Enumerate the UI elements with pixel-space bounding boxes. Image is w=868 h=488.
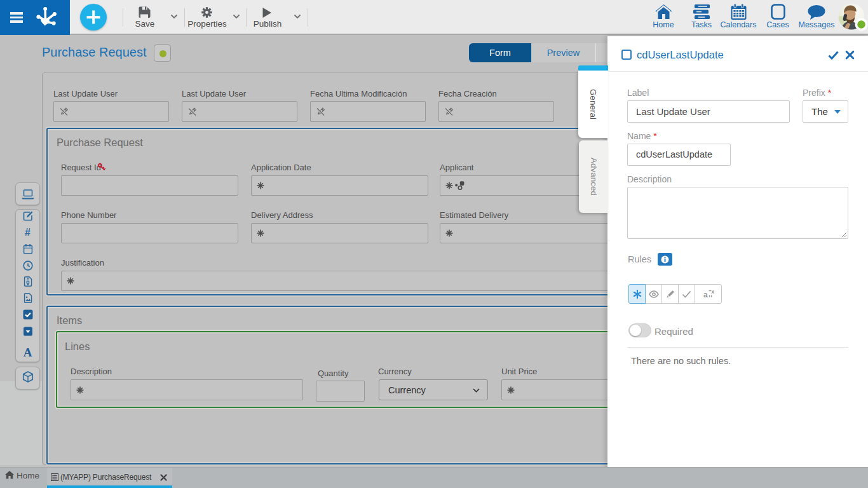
svg-text:x: x xyxy=(711,289,714,295)
svg-text:a: a xyxy=(703,290,708,299)
